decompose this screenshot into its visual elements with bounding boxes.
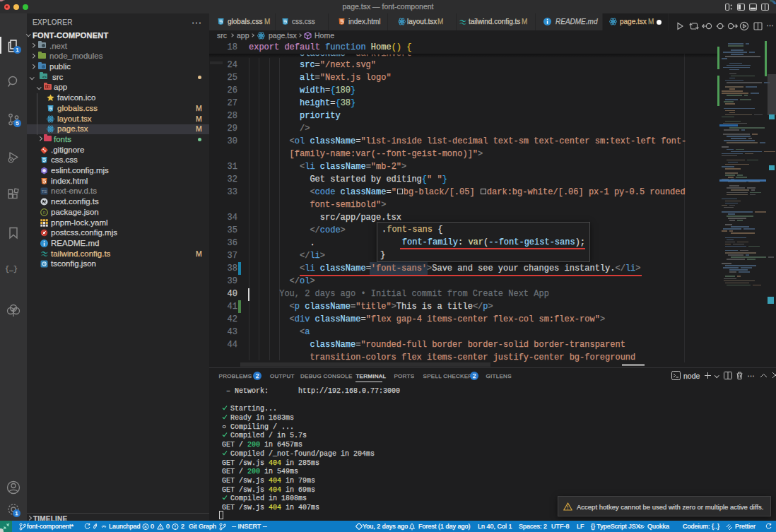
svg-text:n: n [43, 210, 46, 215]
svg-text:TS: TS [42, 189, 47, 194]
